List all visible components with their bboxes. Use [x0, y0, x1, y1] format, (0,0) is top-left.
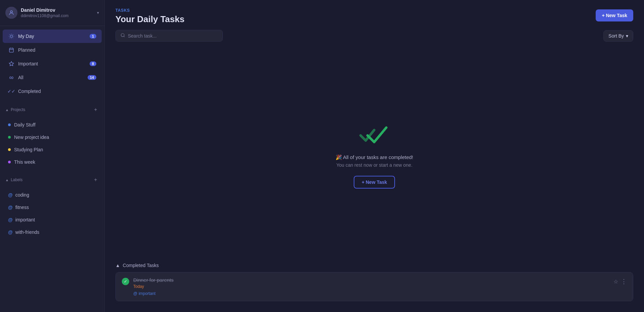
my-day-label: My Day — [18, 34, 90, 39]
svg-point-1 — [10, 35, 13, 38]
user-info: Daniel Dimitrov ddimitrov1108@gmail.com — [21, 7, 97, 18]
svg-line-5 — [13, 38, 13, 38]
completed-section-label: Completed Tasks — [123, 263, 159, 268]
calendar-icon — [8, 47, 15, 53]
sidebar-item-label-coding[interactable]: @ coding — [3, 189, 102, 201]
infinity-icon: ∞ — [8, 74, 15, 81]
nav-items: My Day 1 Planned Important — [0, 26, 104, 102]
labels-list: @ coding @ fitness @ important @ with-fr… — [0, 185, 104, 242]
sort-by-button[interactable]: Sort By ▾ — [603, 30, 633, 42]
new-project-idea-dot — [8, 136, 11, 139]
double-check-illustration — [359, 123, 389, 146]
main-content: TASKS Your Daily Tasks + New Task Sort B… — [105, 0, 644, 312]
search-icon — [120, 33, 125, 39]
add-label-button[interactable]: + — [92, 176, 99, 183]
sidebar-item-label-important[interactable]: @ important — [3, 214, 102, 226]
empty-new-task-label: + New Task — [362, 179, 387, 185]
completed-collapse-icon: ▲ — [115, 263, 120, 268]
labels-section-header: ▲ Labels + — [0, 172, 104, 185]
add-project-button[interactable]: + — [92, 106, 99, 113]
toolbar: Sort By ▾ — [105, 30, 644, 48]
task-label-at: @ — [133, 291, 137, 296]
svg-line-4 — [10, 35, 10, 35]
sidebar-item-all[interactable]: ∞ All 14 — [3, 71, 102, 84]
sidebar-item-studying-plan[interactable]: Studying Plan — [3, 144, 102, 156]
sort-by-label: Sort By — [608, 33, 624, 39]
completed-section: ▲ Completed Tasks ✓ Dinner for parents T… — [105, 263, 644, 312]
sidebar-item-my-day[interactable]: My Day 1 — [3, 30, 102, 43]
important-label-item: important — [15, 217, 96, 222]
task-body: Dinner for parents Today @ important — [133, 277, 609, 296]
empty-state-title: 🎉 All of your tasks are completed! — [336, 154, 413, 160]
svg-marker-14 — [9, 61, 13, 66]
chevron-down-icon: ▾ — [97, 10, 99, 15]
search-input[interactable] — [128, 33, 218, 39]
new-task-button-label: + New Task — [602, 13, 627, 18]
task-title: Dinner for parents — [133, 277, 609, 283]
user-name: Daniel Dimitrov — [21, 7, 97, 13]
coding-label: coding — [15, 192, 96, 198]
daily-stuff-dot — [8, 123, 11, 126]
sidebar: Daniel Dimitrov ddimitrov1108@gmail.com … — [0, 0, 105, 312]
new-task-button[interactable]: + New Task — [596, 9, 633, 21]
search-box — [115, 30, 223, 42]
svg-point-15 — [121, 34, 124, 37]
label-at-coding: @ — [8, 192, 13, 198]
page-title: Your Daily Tasks — [115, 14, 185, 24]
task-more-icon[interactable]: ⋮ — [621, 278, 627, 285]
sidebar-item-completed[interactable]: ✓✓ Completed — [3, 85, 102, 98]
sidebar-item-this-week[interactable]: This week — [3, 156, 102, 168]
avatar — [5, 7, 17, 19]
with-friends-label: with-friends — [15, 229, 96, 235]
studying-plan-label: Studying Plan — [14, 147, 96, 152]
svg-rect-10 — [9, 48, 13, 52]
sidebar-item-daily-stuff[interactable]: Daily Stuff — [3, 119, 102, 131]
label-at-with-friends: @ — [8, 229, 13, 235]
task-row: ✓ Dinner for parents Today @ important ☆… — [115, 272, 633, 301]
projects-list: Daily Stuff New project idea Studying Pl… — [0, 115, 104, 172]
empty-new-task-button[interactable]: + New Task — [354, 176, 395, 189]
daily-stuff-label: Daily Stuff — [14, 122, 96, 127]
new-project-idea-label: New project idea — [14, 135, 96, 140]
user-section[interactable]: Daniel Dimitrov ddimitrov1108@gmail.com … — [0, 0, 104, 26]
labels-collapse-icon[interactable]: ▲ — [5, 178, 9, 182]
empty-state-subtitle: You can rest now or start a new one. — [336, 162, 412, 168]
task-label-text: important — [139, 291, 155, 296]
svg-point-0 — [10, 11, 12, 13]
label-at-important: @ — [8, 217, 13, 222]
sort-by-chevron-icon: ▾ — [626, 33, 628, 39]
star-icon — [8, 60, 15, 67]
task-label: @ important — [133, 291, 155, 296]
header-left: TASKS Your Daily Tasks — [115, 8, 185, 24]
important-badge: 8 — [90, 61, 96, 66]
svg-line-8 — [10, 38, 10, 38]
planned-label: Planned — [18, 47, 96, 53]
task-star-icon[interactable]: ☆ — [613, 278, 618, 285]
projects-section-header: ▲ Projects + — [0, 102, 104, 115]
completed-section-header[interactable]: ▲ Completed Tasks — [115, 263, 633, 268]
empty-state: 🎉 All of your tasks are completed! You c… — [105, 48, 644, 263]
all-badge: 14 — [88, 75, 96, 80]
sidebar-item-new-project-idea[interactable]: New project idea — [3, 131, 102, 143]
svg-line-9 — [13, 35, 13, 35]
user-email: ddimitrov1108@gmail.com — [21, 13, 97, 18]
completed-label: Completed — [18, 89, 96, 94]
main-header: TASKS Your Daily Tasks + New Task — [105, 0, 644, 30]
task-date: Today — [133, 284, 609, 289]
all-label: All — [18, 75, 88, 80]
task-actions: ☆ ⋮ — [613, 278, 627, 285]
task-complete-icon[interactable]: ✓ — [122, 278, 129, 285]
this-week-dot — [8, 161, 11, 163]
sidebar-item-important[interactable]: Important 8 — [3, 57, 102, 70]
sidebar-item-label-with-friends[interactable]: @ with-friends — [3, 226, 102, 238]
fitness-label: fitness — [15, 205, 96, 210]
labels-section-label: Labels — [11, 177, 92, 182]
projects-section-label: Projects — [11, 107, 92, 112]
studying-plan-dot — [8, 148, 11, 151]
important-label: Important — [18, 61, 90, 66]
svg-line-16 — [124, 36, 125, 37]
sidebar-item-planned[interactable]: Planned — [3, 43, 102, 57]
tasks-label: TASKS — [115, 8, 185, 13]
sidebar-item-label-fitness[interactable]: @ fitness — [3, 201, 102, 213]
projects-collapse-icon[interactable]: ▲ — [5, 108, 9, 112]
